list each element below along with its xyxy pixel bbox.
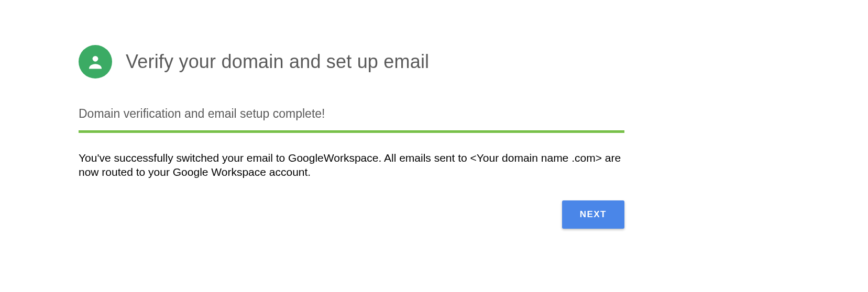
- button-row: NEXT: [79, 200, 624, 229]
- panel-header: Verify your domain and set up email: [79, 45, 629, 78]
- progress-bar: [79, 130, 624, 133]
- next-button[interactable]: NEXT: [562, 200, 624, 229]
- svg-point-0: [93, 56, 98, 62]
- status-message: Domain verification and email setup comp…: [79, 107, 629, 121]
- page-title: Verify your domain and set up email: [126, 51, 429, 73]
- status-section: Domain verification and email setup comp…: [79, 107, 629, 133]
- setup-panel: Verify your domain and set up email Doma…: [79, 45, 629, 229]
- description-text: You've successfully switched your email …: [79, 151, 624, 179]
- person-icon: [79, 45, 112, 78]
